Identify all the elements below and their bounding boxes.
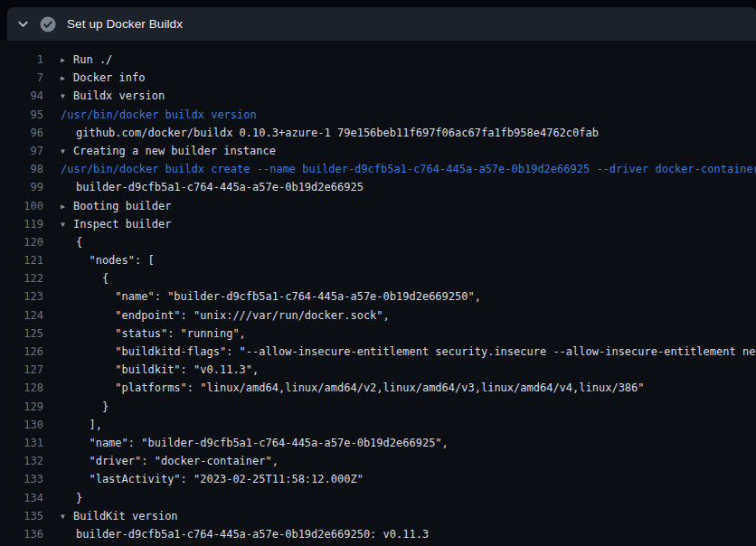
log-line: 136builder-d9cfb5a1-c764-445a-a57e-0b19d… — [0, 525, 756, 543]
log-text: builder-d9cfb5a1-c764-445a-a57e-0b19d2e6… — [76, 528, 429, 541]
line-number[interactable]: 121 — [0, 251, 43, 269]
log-text: ], — [76, 419, 102, 431]
log-line: 127 "buildkit": "v0.11.3", — [0, 361, 756, 379]
line-number[interactable]: 120 — [0, 233, 43, 251]
line-number[interactable]: 124 — [0, 306, 43, 325]
chevron-down-icon[interactable] — [16, 17, 30, 31]
log-text: "status": "running", — [76, 327, 246, 340]
line-number[interactable]: 135 — [0, 507, 43, 525]
log-line: 120{ — [0, 233, 756, 251]
triangle-expanded-icon[interactable]: ▼ — [61, 508, 73, 526]
triangle-expanded-icon[interactable]: ▼ — [61, 143, 73, 161]
log-group-line[interactable]: 119▼Inspect builder — [0, 215, 756, 233]
line-number[interactable]: 7 — [0, 69, 43, 87]
log-group-line[interactable]: 97▼Creating a new builder instance — [0, 142, 756, 160]
line-number[interactable]: 129 — [0, 398, 43, 416]
log-line: 131 "name": "builder-d9cfb5a1-c764-445a-… — [0, 434, 756, 452]
log-line: 134} — [0, 489, 756, 507]
log-line: 96github.com/docker/buildx 0.10.3+azure-… — [0, 124, 756, 142]
log-text: Buildx version — [73, 89, 165, 102]
step-title: Set up Docker Buildx — [67, 17, 183, 31]
log-line: 126 "buildkitd-flags": "--allow-insecure… — [0, 343, 756, 361]
log-line: 99builder-d9cfb5a1-c764-445a-a57e-0b19d2… — [0, 178, 756, 196]
log-text: /usr/bin/docker buildx version — [61, 108, 257, 121]
log-line: 130 ], — [0, 416, 756, 434]
line-number[interactable]: 136 — [0, 525, 43, 543]
log-line: 124 "endpoint": "unix:///var/run/docker.… — [0, 306, 756, 325]
line-number[interactable]: 125 — [0, 325, 43, 343]
log-text: "buildkit": "v0.11.3", — [76, 363, 259, 376]
log-text: "endpoint": "unix:///var/run/docker.sock… — [76, 309, 390, 322]
line-number[interactable]: 123 — [0, 287, 43, 306]
line-number[interactable]: 127 — [0, 361, 43, 379]
line-number[interactable]: 134 — [0, 489, 43, 507]
triangle-expanded-icon[interactable]: ▼ — [61, 88, 73, 106]
log-line: 98/usr/bin/docker buildx create --name b… — [0, 160, 756, 178]
log-text: } — [76, 492, 82, 504]
log-group-line[interactable]: 94▼Buildx version — [0, 87, 756, 105]
log-line: 132 "driver": "docker-container", — [0, 452, 756, 470]
log-text: Inspect builder — [73, 218, 171, 231]
log-text: Booting builder — [73, 200, 171, 212]
line-number[interactable]: 1 — [0, 51, 43, 69]
log-text: "buildkitd-flags": "--allow-insecure-ent… — [76, 345, 756, 358]
triangle-collapsed-icon[interactable]: ▶ — [61, 198, 73, 216]
line-number[interactable]: 99 — [0, 178, 43, 196]
check-circle-icon — [40, 16, 56, 33]
triangle-collapsed-icon[interactable]: ▶ — [61, 70, 73, 88]
step-header[interactable]: Set up Docker Buildx — [7, 7, 756, 41]
line-number[interactable]: 122 — [0, 269, 43, 287]
log-text: } — [76, 400, 109, 413]
log-line: 123 "name": "builder-d9cfb5a1-c764-445a-… — [0, 287, 756, 306]
log-line: 121 "nodes": [ — [0, 251, 756, 269]
log-text: Run ./ — [73, 53, 112, 66]
line-number[interactable]: 126 — [0, 343, 43, 361]
line-number[interactable]: 133 — [0, 470, 43, 488]
log-line: 133 "lastActivity": "2023-02-25T11:58:12… — [0, 470, 756, 488]
log-text: "name": "builder-d9cfb5a1-c764-445a-a57e… — [76, 290, 481, 303]
line-number[interactable]: 100 — [0, 197, 43, 215]
line-number[interactable]: 97 — [0, 142, 43, 160]
log-text: Creating a new builder instance — [73, 145, 276, 157]
log-text: Docker info — [73, 71, 145, 84]
log-area: 1▶Run ./7▶Docker info94▼Buildx version95… — [0, 41, 756, 546]
line-number[interactable]: 95 — [0, 106, 43, 124]
log-group-line[interactable]: 7▶Docker info — [0, 69, 756, 87]
log-group-line[interactable]: 1▶Run ./ — [0, 51, 756, 69]
log-line: 128 "platforms": "linux/amd64,linux/amd6… — [0, 379, 756, 397]
line-number[interactable]: 98 — [0, 160, 43, 178]
log-text: "nodes": [ — [76, 254, 155, 267]
log-text: /usr/bin/docker buildx create --name bui… — [61, 163, 756, 175]
triangle-expanded-icon[interactable]: ▼ — [61, 216, 73, 234]
actions-log-viewer: Set up Docker Buildx 1▶Run ./7▶Docker in… — [0, 0, 756, 546]
line-number[interactable]: 128 — [0, 379, 43, 397]
log-text: { — [76, 272, 109, 285]
log-text: "platforms": "linux/amd64,linux/amd64/v2… — [76, 381, 645, 394]
log-line: 129 } — [0, 398, 756, 416]
log-line: 122 { — [0, 269, 756, 287]
log-text: "driver": "docker-container", — [76, 455, 279, 467]
log-line: 95/usr/bin/docker buildx version — [0, 106, 756, 124]
line-number[interactable]: 132 — [0, 452, 43, 470]
log-group-line[interactable]: 135▼BuildKit version — [0, 507, 756, 525]
line-number[interactable]: 130 — [0, 416, 43, 434]
log-text: "lastActivity": "2023-02-25T11:58:12.000… — [76, 473, 364, 485]
line-number[interactable]: 94 — [0, 87, 43, 105]
line-number[interactable]: 131 — [0, 434, 43, 452]
log-text: github.com/docker/buildx 0.10.3+azure-1 … — [76, 127, 599, 139]
log-text: { — [76, 236, 82, 249]
log-text: "name": "builder-d9cfb5a1-c764-445a-a57e… — [76, 437, 449, 449]
log-group-line[interactable]: 100▶Booting builder — [0, 197, 756, 215]
log-text: BuildKit version — [73, 510, 178, 522]
log-line: 125 "status": "running", — [0, 325, 756, 343]
log-text: builder-d9cfb5a1-c764-445a-a57e-0b19d2e6… — [76, 181, 364, 193]
line-number[interactable]: 96 — [0, 124, 43, 142]
line-number[interactable]: 119 — [0, 215, 43, 233]
triangle-collapsed-icon[interactable]: ▶ — [61, 52, 73, 70]
